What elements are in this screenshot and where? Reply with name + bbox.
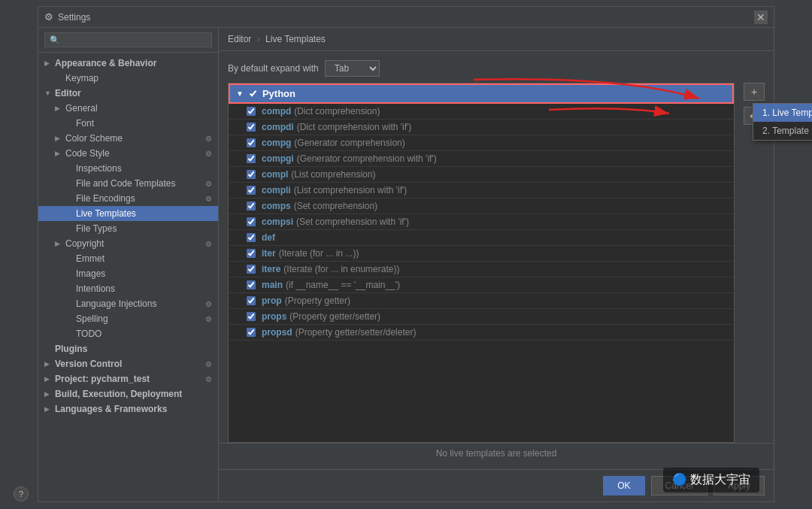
checkbox-main[interactable]: [247, 280, 256, 289]
checkbox-compg[interactable]: [247, 138, 256, 147]
sidebar-item-editor[interactable]: ▼ Editor: [38, 86, 218, 101]
chevron-right-icon: ▶: [44, 59, 55, 67]
abbr-prop: prop: [262, 295, 282, 306]
sidebar-label-build: Build, Execution, Deployment: [55, 389, 182, 399]
sidebar-item-intentions[interactable]: Intentions: [38, 281, 218, 296]
template-item-compgi[interactable]: compgi (Generator comprehension with 'if…: [229, 151, 734, 167]
sidebar-item-color-scheme[interactable]: ▶ Color Scheme ⚙: [38, 131, 218, 146]
templates-area: ▼ Python compd (Dict comprehension): [219, 83, 774, 443]
help-button[interactable]: ?: [14, 486, 29, 501]
checkbox-compd[interactable]: [247, 107, 256, 116]
chevron-right-icon: ▶: [44, 405, 55, 413]
status-bar: No live templates are selected: [219, 443, 774, 463]
sidebar-label-project: Project: pycharm_test: [55, 374, 150, 384]
abbr-compl: compl: [262, 169, 288, 180]
settings-badge: ⚙: [205, 360, 212, 368]
template-item-compd[interactable]: compd (Dict comprehension): [229, 104, 734, 120]
group-checkbox-python[interactable]: [248, 89, 258, 98]
template-item-comps[interactable]: comps (Set comprehension): [229, 198, 734, 214]
sidebar-item-spelling[interactable]: Spelling ⚙: [38, 311, 218, 326]
checkbox-def[interactable]: [247, 233, 256, 242]
template-item-compsi[interactable]: compsi (Set comprehension with 'if'): [229, 214, 734, 230]
sidebar-item-code-style[interactable]: ▶ Code Style ⚙: [38, 146, 218, 161]
desc-iter: (Iterate (for ... in ...)): [279, 248, 359, 259]
add-button[interactable]: +: [744, 83, 765, 101]
abbr-compdi: compdi: [262, 122, 294, 132]
template-item-def[interactable]: def: [229, 230, 734, 246]
footer: OK Cancel Apply: [219, 469, 774, 501]
abbr-propsd: propsd: [262, 327, 292, 338]
settings-badge: ⚙: [205, 135, 212, 143]
abbr-iter: iter: [262, 248, 276, 259]
template-item-iter[interactable]: iter (Iterate (for ... in ...)): [229, 246, 734, 262]
desc-compd: (Dict comprehension): [294, 106, 380, 117]
sidebar-item-file-code-templates[interactable]: File and Code Templates ⚙: [38, 176, 218, 191]
add-dropdown: 1. Live Template 2. Template Group...: [753, 103, 774, 141]
sidebar-item-plugins[interactable]: Plugins: [38, 341, 218, 356]
sidebar-item-emmet[interactable]: Emmet: [38, 251, 218, 266]
sidebar-item-inspections[interactable]: Inspections: [38, 161, 218, 176]
sidebar-label-font: Font: [76, 118, 94, 129]
template-item-compl[interactable]: compl (List comprehension): [229, 167, 734, 183]
ok-button[interactable]: OK: [603, 476, 644, 495]
expand-select[interactable]: Tab Enter Space: [325, 60, 380, 77]
abbr-def: def: [262, 232, 275, 243]
checkbox-iter[interactable]: [247, 249, 256, 258]
checkbox-itere[interactable]: [247, 265, 256, 274]
dropdown-item-live-template[interactable]: 1. Live Template: [753, 104, 774, 122]
group-header-python[interactable]: ▼ Python: [229, 83, 734, 104]
title-bar: ⚙ Settings ✕: [38, 7, 774, 28]
checkbox-props[interactable]: [247, 312, 256, 321]
cancel-button[interactable]: Cancel: [651, 476, 707, 495]
sidebar-item-version-control[interactable]: ▶ Version Control ⚙: [38, 356, 218, 371]
sidebar-item-project[interactable]: ▶ Project: pycharm_test ⚙: [38, 371, 218, 386]
desc-propsd: (Property getter/setter/deleter): [295, 327, 417, 338]
sidebar-label-general: General: [65, 103, 98, 114]
sidebar-label-code-style: Code Style: [65, 148, 110, 159]
sidebar-item-images[interactable]: Images: [38, 266, 218, 281]
apply-button[interactable]: Apply: [714, 476, 765, 495]
checkbox-compdi[interactable]: [247, 123, 256, 132]
checkbox-compsi[interactable]: [247, 217, 256, 226]
template-item-itere[interactable]: itere (Iterate (for ... in enumerate)): [229, 262, 734, 277]
sidebar-label-intentions: Intentions: [76, 283, 115, 294]
template-item-main[interactable]: main (if __name__ == '__main__'): [229, 277, 734, 293]
checkbox-compl[interactable]: [247, 170, 256, 179]
template-item-props[interactable]: props (Property getter/setter): [229, 309, 734, 325]
template-item-compli[interactable]: compli (List comprehension with 'if'): [229, 183, 734, 198]
sidebar-item-language-injections[interactable]: Language Injections ⚙: [38, 296, 218, 311]
sidebar-item-appearance[interactable]: ▶ Appearance & Behavior: [38, 56, 218, 71]
sidebar-item-keymap[interactable]: Keymap: [38, 71, 218, 86]
checkbox-compli[interactable]: [247, 186, 256, 195]
template-item-compdi[interactable]: compdi (Dict comprehension with 'if'): [229, 120, 734, 135]
close-button[interactable]: ✕: [754, 11, 768, 24]
status-text: No live templates are selected: [436, 448, 557, 459]
sidebar-item-font[interactable]: Font: [38, 116, 218, 131]
abbr-props: props: [262, 311, 286, 322]
sidebar-item-live-templates[interactable]: Live Templates: [38, 206, 218, 221]
settings-badge: ⚙: [205, 150, 212, 158]
sidebar-label-live-templates: Live Templates: [76, 208, 136, 219]
breadcrumb-live-templates: Live Templates: [265, 34, 326, 44]
sidebar-item-file-encodings[interactable]: File Encodings ⚙: [38, 191, 218, 206]
sidebar-item-build[interactable]: ▶ Build, Execution, Deployment: [38, 386, 218, 401]
dropdown-item-template-group[interactable]: 2. Template Group...: [753, 122, 774, 140]
desc-compl: (List comprehension): [291, 169, 375, 180]
template-item-compg[interactable]: compg (Generator comprehension): [229, 135, 734, 151]
search-input[interactable]: [44, 32, 212, 47]
expand-label: By default expand with: [228, 63, 319, 74]
checkbox-propsd[interactable]: [247, 328, 256, 337]
settings-badge: ⚙: [205, 375, 212, 383]
sidebar-item-general[interactable]: ▶ General: [38, 101, 218, 116]
checkbox-comps[interactable]: [247, 201, 256, 211]
sidebar-item-file-types[interactable]: File Types: [38, 221, 218, 236]
checkbox-compgi[interactable]: [247, 154, 256, 163]
sidebar-item-todo[interactable]: TODO: [38, 326, 218, 341]
checkbox-prop[interactable]: [247, 296, 256, 305]
breadcrumb-editor: Editor: [228, 34, 251, 44]
template-item-propsd[interactable]: propsd (Property getter/setter/deleter): [229, 325, 734, 341]
abbr-compgi: compgi: [262, 153, 294, 164]
sidebar-item-copyright[interactable]: ▶ Copyright ⚙: [38, 236, 218, 251]
sidebar-item-languages[interactable]: ▶ Languages & Frameworks: [38, 401, 218, 417]
template-item-prop[interactable]: prop (Property getter): [229, 293, 734, 309]
